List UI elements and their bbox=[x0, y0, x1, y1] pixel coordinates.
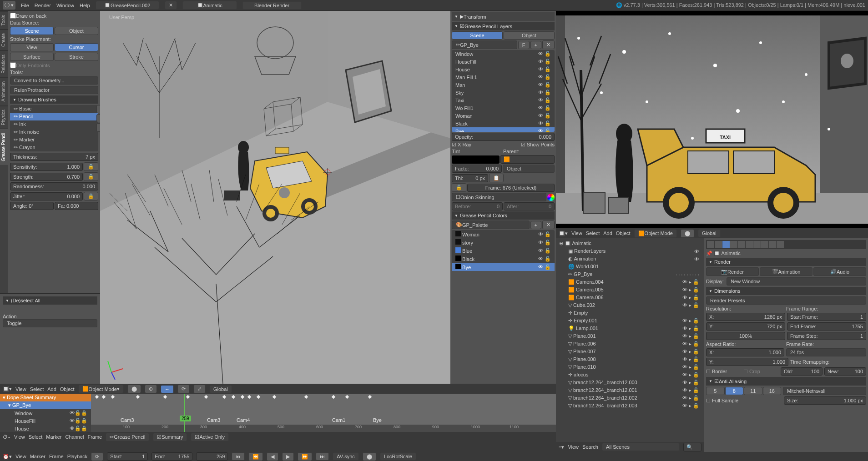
frame-step[interactable]: Frame Step:1 bbox=[787, 332, 866, 340]
gp-colors-header[interactable]: Grease Pencil Colors bbox=[452, 211, 555, 220]
menu-file[interactable]: File bbox=[21, 3, 29, 8]
end-frame[interactable]: End Frame:1755 bbox=[787, 322, 866, 331]
tl-playback[interactable]: Playback bbox=[67, 454, 88, 459]
outl-empty[interactable]: ✛ Empty bbox=[565, 309, 703, 317]
brush-menu-icon[interactable]: ▾ bbox=[96, 123, 100, 132]
gp-datablock[interactable]: ✏ GP_Bye bbox=[452, 40, 517, 49]
layer-manfill[interactable]: Man Fill 1👁 🔓 bbox=[452, 73, 555, 81]
display-select[interactable]: New Window bbox=[727, 277, 866, 286]
outl-scenes[interactable]: All Scenes bbox=[602, 443, 680, 451]
layer-housefill[interactable]: HouseFill👁 🔓 bbox=[452, 58, 555, 65]
uv-add[interactable]: Add bbox=[603, 230, 612, 236]
tab-physics[interactable]: Physics bbox=[0, 105, 8, 129]
dope-mode[interactable]: ✏ Grease Pencil bbox=[106, 433, 149, 441]
uv-editor-icon[interactable]: 🔲▾ bbox=[559, 230, 568, 236]
ar-y[interactable]: Y:1.000 bbox=[706, 358, 788, 366]
end-input[interactable]: End:1755 bbox=[151, 452, 192, 461]
tab-create[interactable]: Create bbox=[0, 29, 8, 50]
res-y[interactable]: Y:720 px bbox=[706, 322, 785, 331]
ruler-protractor[interactable]: Ruler/Protractor bbox=[10, 86, 98, 94]
convert-geometry[interactable]: Convert to Geometry... bbox=[10, 76, 98, 85]
action-toggle[interactable]: Toggle bbox=[3, 319, 97, 327]
pin-icon[interactable]: ✕ bbox=[165, 1, 177, 10]
color-bye[interactable]: Bye👁 🔓 bbox=[452, 263, 555, 271]
jitter-lock-icon[interactable]: 🔒 bbox=[84, 192, 98, 200]
aa-16[interactable]: 16 bbox=[763, 387, 782, 395]
outl-cam4[interactable]: 🟧 Camera.004👁 ▸ 🔓 bbox=[565, 278, 703, 286]
brush-basic[interactable]: ✏ Basic bbox=[10, 105, 98, 113]
tl-editor-icon[interactable]: ⏰▾ bbox=[3, 454, 12, 460]
outl-plane10[interactable]: ▽ Plane.010👁 ▸ 🔓 bbox=[565, 363, 703, 371]
outl-world[interactable]: 🌐 World.001 bbox=[565, 263, 703, 271]
crop-check[interactable]: ☐ Crop bbox=[743, 369, 779, 375]
uv-global[interactable]: Global bbox=[698, 229, 721, 237]
fa-input[interactable]: Fa: 0.000 bbox=[55, 202, 98, 210]
border-check[interactable]: ☐ Border bbox=[706, 369, 742, 375]
brush-crayon[interactable]: ✏ Crayon bbox=[10, 144, 98, 151]
dope-view[interactable]: View bbox=[14, 434, 25, 440]
brush-ink-noise[interactable]: ✏ Ink noise bbox=[10, 128, 98, 136]
xray-check[interactable]: ☑ X Ray bbox=[452, 142, 471, 148]
aa-filter[interactable]: Mitchell-Netravali bbox=[783, 387, 866, 395]
start-input[interactable]: Start:1 bbox=[107, 452, 148, 461]
placement-view[interactable]: View bbox=[10, 43, 54, 51]
render-header[interactable]: Render bbox=[706, 258, 866, 266]
jump-start-icon[interactable]: ⏮ bbox=[232, 452, 245, 461]
v3d-add[interactable]: Add bbox=[47, 386, 56, 392]
uv-mode[interactable]: 🟧 Object Mode bbox=[634, 229, 677, 238]
outl-empty1[interactable]: ✛ Empty.001👁 ▸ 🔓 bbox=[565, 317, 703, 325]
outl-editor-icon[interactable]: ≡▾ bbox=[559, 444, 564, 450]
dope-editor-icon[interactable]: ⏱▾ bbox=[3, 434, 10, 440]
dope-housefill[interactable]: HouseFill👁🔓🔒 bbox=[0, 417, 91, 425]
gp-add-icon[interactable]: + bbox=[530, 41, 541, 49]
brush-pencil[interactable]: ✏ Pencil bbox=[10, 113, 98, 120]
parent-input[interactable]: 🟧 bbox=[500, 155, 555, 164]
strength-lock-icon[interactable]: 🔒 bbox=[84, 172, 98, 181]
data-source-scene[interactable]: Scene bbox=[10, 27, 54, 35]
remove-brush-icon[interactable]: − bbox=[96, 114, 100, 122]
dope-gp[interactable]: ▾ GP_Bye bbox=[0, 401, 91, 409]
thi-input[interactable]: Thi:0 px bbox=[452, 174, 488, 182]
jump-end-icon[interactable]: ⏭ bbox=[316, 452, 329, 461]
onion-color-icon[interactable] bbox=[547, 194, 555, 201]
tab-relations[interactable]: Relations bbox=[0, 50, 8, 77]
manipulator-s-icon[interactable]: ⤢ bbox=[193, 385, 206, 393]
render-engine[interactable]: Blender Render bbox=[242, 1, 302, 10]
outl-plane1[interactable]: ▽ Plane.001👁 ▸ 🔓 bbox=[565, 332, 703, 340]
v3d-mode[interactable]: 🟧 Object Mode ▾ bbox=[78, 385, 124, 393]
full-sample-check[interactable]: ☐ Full Sample bbox=[706, 398, 782, 404]
uv-select[interactable]: Select bbox=[586, 230, 600, 236]
aa-11[interactable]: 11 bbox=[744, 387, 762, 395]
show-points-check[interactable]: ☑ Show Points bbox=[521, 142, 555, 148]
uv-shade-icon[interactable]: ⬤ bbox=[681, 229, 694, 238]
outl-cam5[interactable]: 🟧 Camera.005👁 ▸ 🔓 bbox=[565, 286, 703, 294]
v3d-object[interactable]: Object bbox=[60, 386, 75, 392]
shading-icon[interactable]: ⬤ bbox=[127, 385, 141, 393]
tl-range-icon[interactable]: ⟳ bbox=[91, 452, 103, 461]
menu-window[interactable]: Window bbox=[56, 3, 74, 8]
scene-selector-2[interactable]: 🔲 Animatic bbox=[182, 1, 237, 10]
outl-branch2[interactable]: ▽ branch12.264_branch12.002👁 ▸ 🔓 bbox=[565, 394, 703, 402]
placement-stroke[interactable]: Stroke bbox=[55, 53, 98, 61]
dope-active-btn[interactable]: ☑ Active Only bbox=[191, 433, 229, 441]
layer-man[interactable]: Man👁 🔓 bbox=[452, 81, 555, 89]
outl-filter[interactable]: 🔍 bbox=[683, 443, 701, 451]
rec-icon[interactable]: ⬤ bbox=[363, 452, 376, 461]
res-pct[interactable]: 100% bbox=[706, 332, 785, 340]
layer-woman[interactable]: Woman👁 🔓 bbox=[452, 112, 555, 120]
transform-header[interactable]: ▶ Transform bbox=[452, 12, 555, 21]
pivot-icon[interactable]: ⊕ bbox=[145, 385, 157, 393]
start-frame[interactable]: Start Frame:1 bbox=[787, 313, 866, 321]
aa-8[interactable]: 8 bbox=[725, 387, 744, 395]
play-icon[interactable]: ▶ bbox=[282, 452, 294, 461]
brush-ink[interactable]: ✏ Ink bbox=[10, 120, 98, 128]
opacity-input[interactable]: Opacity:0.000 bbox=[452, 133, 555, 141]
tl-frame[interactable]: Frame bbox=[49, 454, 64, 459]
data-source-object[interactable]: Object bbox=[55, 27, 98, 35]
v3d-orient[interactable]: Global bbox=[209, 385, 232, 393]
dope-select[interactable]: Select bbox=[29, 434, 43, 440]
dope-window[interactable]: Window👁🔓🔒 bbox=[0, 409, 91, 417]
palette-del-icon[interactable]: ✕ bbox=[542, 220, 555, 229]
thickness-input[interactable]: Thickness:7 px bbox=[10, 153, 98, 161]
menu-render[interactable]: Render bbox=[35, 3, 51, 8]
